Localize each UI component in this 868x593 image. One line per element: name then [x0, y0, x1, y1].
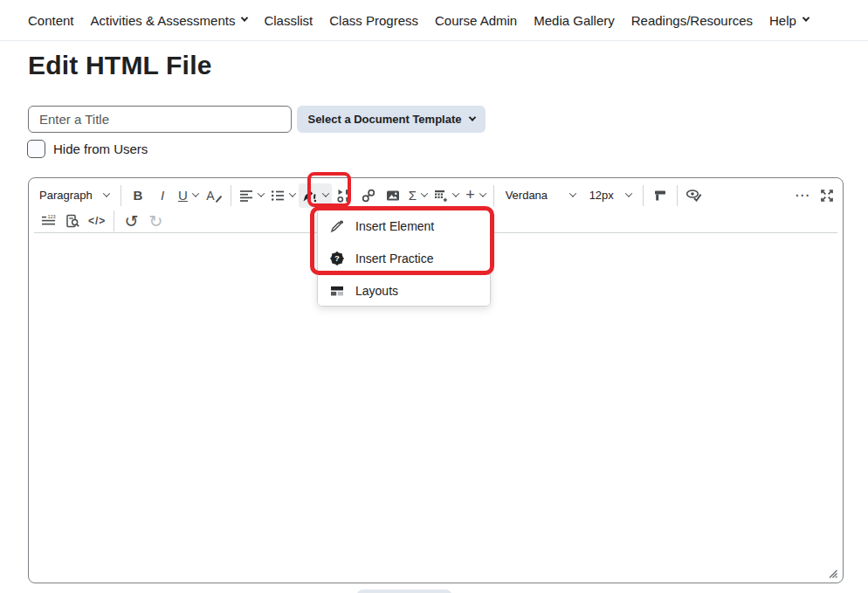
link-icon	[362, 189, 375, 203]
chevron-down-icon	[568, 190, 575, 197]
chevron-down-icon	[322, 190, 329, 197]
layouts-icon	[330, 284, 344, 298]
insert-image-button[interactable]	[381, 183, 405, 208]
word-count-button[interactable]: 123	[36, 209, 60, 233]
ellipsis-icon: ⋯	[795, 186, 810, 204]
format-painter-button[interactable]	[648, 183, 672, 208]
bullet-list-icon	[271, 189, 285, 203]
hide-from-users-row: Hide from Users	[27, 140, 148, 158]
svg-text:123: 123	[47, 214, 55, 219]
underline-dropdown-button[interactable]: U	[175, 183, 202, 208]
resize-handle-icon[interactable]	[826, 567, 838, 579]
toolbar-separator	[114, 210, 114, 231]
page-title: Edit HTML File	[28, 51, 212, 80]
align-icon	[239, 189, 253, 203]
paragraph-format-dropdown[interactable]: Paragraph	[32, 183, 116, 208]
nav-item-class-progress[interactable]: Class Progress	[329, 13, 418, 28]
font-color-button[interactable]: A	[202, 183, 226, 208]
menu-item-label: Insert Practice	[355, 252, 433, 265]
toolbar-separator	[121, 185, 121, 206]
wand-icon	[330, 219, 344, 233]
list-dropdown-button[interactable]	[267, 183, 299, 208]
insert-more-dropdown-button[interactable]: +	[462, 183, 489, 208]
question-badge-icon: ?	[330, 252, 344, 265]
nav-item-readings-resources[interactable]: Readings/Resources	[631, 13, 753, 28]
bold-button[interactable]: B	[126, 183, 150, 208]
source-code-icon: </>	[88, 215, 106, 227]
top-nav: Content Activities & Assessments Classli…	[0, 0, 868, 41]
nav-item-media-gallery[interactable]: Media Gallery	[534, 13, 615, 28]
chevron-down-icon	[258, 190, 265, 197]
more-options-button[interactable]: ⋯	[790, 183, 815, 208]
menu-item-label: Layouts	[355, 284, 398, 298]
undo-icon: ↺	[124, 211, 138, 231]
alignment-dropdown-button[interactable]	[236, 183, 267, 208]
chevron-down-icon	[103, 190, 110, 197]
title-input[interactable]	[28, 106, 292, 133]
chevron-down-icon	[468, 114, 475, 121]
italic-button[interactable]: I	[150, 183, 175, 208]
nav-item-content[interactable]: Content	[28, 13, 74, 28]
menu-item-insert-practice[interactable]: ? Insert Practice	[318, 242, 490, 274]
edit-html-file-page: Content Activities & Assessments Classli…	[0, 0, 868, 593]
editor-toolbar-row2: 123 </> ↺ ↻	[36, 210, 168, 232]
accessibility-checker-button[interactable]	[682, 183, 706, 208]
chevron-down-icon	[192, 190, 199, 197]
accessibility-check-icon	[685, 189, 702, 203]
nav-item-classlist[interactable]: Classlist	[264, 13, 313, 28]
svg-text:?: ?	[334, 253, 340, 263]
equation-icon: Σ	[409, 188, 417, 203]
nav-item-help[interactable]: Help	[769, 13, 809, 28]
hide-from-users-checkbox[interactable]	[27, 140, 45, 158]
font-size-dropdown[interactable]: 12px	[582, 183, 638, 208]
editor-toolbar-row1: Paragraph B I U A	[32, 181, 839, 210]
select-template-button[interactable]: Select a Document Template	[297, 106, 486, 133]
nav-item-course-admin[interactable]: Course Admin	[435, 13, 517, 28]
fullscreen-icon	[820, 189, 834, 203]
undo-button[interactable]: ↺	[119, 209, 143, 233]
font-color-icon: A	[206, 189, 214, 203]
format-painter-icon	[653, 189, 667, 203]
insert-link-button[interactable]	[356, 183, 381, 208]
word-count-icon: 123	[41, 214, 56, 228]
toolbar-separator	[643, 185, 644, 206]
menu-item-insert-element[interactable]: Insert Element	[318, 210, 490, 242]
insert-pen-icon	[302, 189, 318, 203]
source-code-button[interactable]: </>	[85, 209, 109, 233]
chevron-down-icon	[421, 190, 428, 197]
menu-item-label: Insert Element	[355, 219, 434, 233]
toolbar-separator	[677, 185, 678, 206]
chevron-down-icon	[452, 190, 459, 197]
preview-icon	[65, 214, 79, 228]
fullscreen-button[interactable]	[815, 183, 839, 208]
preview-button[interactable]	[60, 209, 85, 233]
nav-item-activities-assessments[interactable]: Activities & Assessments	[91, 13, 248, 28]
hide-from-users-label: Hide from Users	[53, 141, 148, 156]
table-dropdown-button[interactable]	[431, 183, 462, 208]
table-icon	[434, 189, 448, 203]
insert-element-dropdown-button[interactable]	[299, 183, 332, 208]
insert-dropdown-menu: Insert Element ? Insert Practice Layouts	[317, 209, 491, 307]
insert-stuff-button[interactable]	[332, 183, 356, 208]
redo-icon: ↻	[148, 211, 162, 231]
redo-button[interactable]: ↻	[143, 209, 168, 233]
chevron-down-icon	[624, 190, 631, 197]
chevron-down-icon	[289, 190, 296, 197]
save-button-partial[interactable]	[356, 590, 452, 593]
image-icon	[386, 189, 400, 203]
font-family-dropdown[interactable]: Verdana	[499, 183, 582, 208]
menu-item-layouts[interactable]: Layouts	[318, 275, 490, 306]
insert-stuff-icon	[337, 189, 351, 203]
plus-icon: +	[465, 186, 475, 204]
chevron-down-icon	[479, 190, 486, 197]
toolbar-separator	[493, 185, 494, 206]
toolbar-separator	[231, 185, 231, 206]
equation-dropdown-button[interactable]: Σ	[405, 183, 431, 208]
chevron-down-icon	[241, 14, 248, 21]
chevron-down-icon	[803, 14, 809, 21]
